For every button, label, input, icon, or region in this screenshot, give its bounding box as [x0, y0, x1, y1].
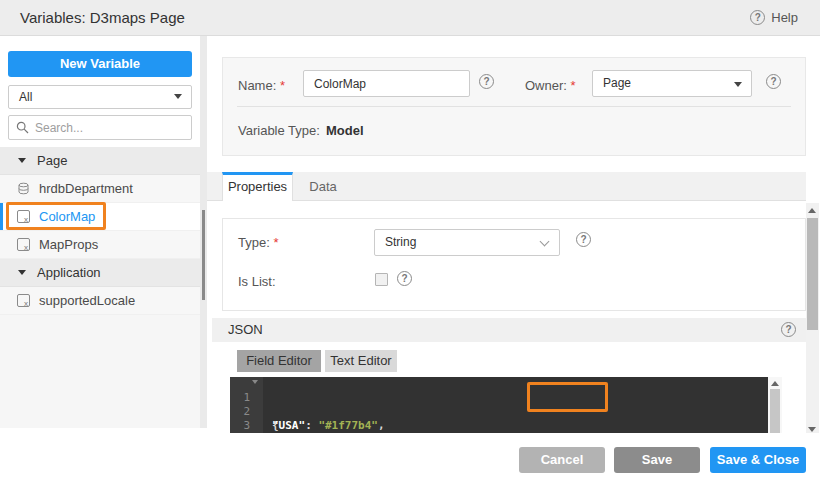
scroll-down-icon[interactable]: [808, 427, 816, 432]
tree-item-label: MapProps: [39, 237, 98, 252]
variables-tree: Page hrdbDepartment x ColorMap x: [0, 147, 200, 315]
sidebar-scrollbar[interactable]: [200, 36, 207, 428]
tree-group-label: Application: [37, 265, 101, 280]
code-line-3: 3 "RUS": "#9467bd",: [230, 405, 768, 419]
variable-type-label: Variable Type:: [238, 123, 320, 138]
owner-help-icon[interactable]: ?: [766, 74, 781, 89]
search-input[interactable]: [35, 117, 185, 138]
json-code-editor[interactable]: 1 { 2 "USA": "#1f77b4", 3 "RUS": "#9467b…: [230, 377, 768, 433]
text-editor-button[interactable]: Text Editor: [325, 350, 397, 372]
properties-panel: Type: * String ? Is List: ?: [222, 218, 806, 311]
tree-item-supportedlocale[interactable]: x supportedLocale: [0, 287, 200, 315]
help-link[interactable]: ? Help: [750, 0, 798, 35]
tree-group-label: Page: [37, 153, 67, 168]
code-line-4-partial: 4 "…": "#……",: [230, 419, 768, 433]
owner-select-value: Page: [603, 76, 631, 90]
variable-summary-panel: Name: * ? Owner: * Page ? Variable Type:…: [222, 57, 806, 156]
dialog-footer: Cancel Save Save & Close: [0, 433, 820, 489]
save-button[interactable]: Save: [614, 447, 700, 473]
caret-down-icon: [18, 158, 26, 163]
variable-detail-panel: Name: * ? Owner: * Page ? Variable Type:…: [207, 36, 820, 433]
help-circle-icon: ?: [750, 10, 765, 25]
json-help-icon[interactable]: ?: [781, 322, 796, 337]
tree-item-label: ColorMap: [39, 209, 95, 224]
type-label: Type: *: [238, 235, 278, 250]
variable-type-value: Model: [326, 123, 364, 138]
is-list-checkbox[interactable]: [375, 273, 388, 286]
tree-group-page[interactable]: Page: [0, 147, 200, 175]
filter-dropdown[interactable]: All: [8, 85, 192, 109]
sidebar-scrollbar-thumb[interactable]: [202, 210, 205, 300]
content-scrollbar-thumb[interactable]: [807, 218, 818, 330]
code-line-2: 2 "USA": "#1f77b4",: [230, 391, 768, 405]
tree-item-mapprops[interactable]: x MapProps: [0, 231, 200, 259]
search-icon: [16, 121, 29, 134]
fold-caret-icon[interactable]: [252, 380, 258, 384]
new-variable-button[interactable]: New Variable: [8, 51, 192, 77]
owner-label: Owner: *: [525, 78, 576, 93]
cancel-button[interactable]: Cancel: [519, 447, 605, 473]
type-select[interactable]: String: [374, 229, 560, 256]
code-line-1: 1 {: [230, 377, 768, 391]
divider: [237, 106, 791, 107]
variable-icon: x: [17, 238, 30, 251]
selected-indicator: [0, 203, 3, 230]
tree-group-application[interactable]: Application: [0, 259, 200, 287]
json-section-header: JSON ?: [212, 318, 806, 342]
json-section-title: JSON: [228, 318, 263, 342]
dialog-header: Variables: D3maps Page ? Help: [0, 0, 820, 36]
is-list-label: Is List:: [238, 274, 276, 289]
editor-scrollbar[interactable]: [768, 377, 782, 433]
tab-data[interactable]: Data: [293, 172, 353, 201]
tree-item-label: supportedLocale: [39, 293, 135, 308]
name-help-icon[interactable]: ?: [479, 74, 494, 89]
save-and-close-button[interactable]: Save & Close: [710, 447, 806, 473]
is-list-help-icon[interactable]: ?: [397, 271, 412, 286]
scroll-up-icon[interactable]: [771, 381, 779, 386]
field-editor-button[interactable]: Field Editor: [237, 350, 321, 372]
variable-icon: x: [17, 294, 30, 307]
page-title: Variables: D3maps Page: [20, 0, 185, 35]
tree-item-hrdbdepartment[interactable]: hrdbDepartment: [0, 175, 200, 203]
variable-icon: x: [17, 210, 30, 223]
tab-properties[interactable]: Properties: [222, 172, 293, 201]
scroll-up-icon[interactable]: [808, 208, 816, 213]
name-label: Name: *: [238, 78, 285, 93]
database-icon: [17, 182, 30, 195]
variables-dialog: Variables: D3maps Page ? Help New Variab…: [0, 0, 820, 489]
editor-scrollbar-thumb[interactable]: [770, 389, 780, 433]
chevron-down-icon: [734, 82, 742, 87]
tab-bar: Properties Data: [207, 172, 806, 201]
name-input[interactable]: [303, 70, 470, 97]
type-help-icon[interactable]: ?: [576, 232, 591, 247]
chevron-down-icon: [540, 237, 550, 247]
content-scrollbar[interactable]: [806, 203, 819, 437]
help-label: Help: [771, 10, 798, 25]
type-select-value: String: [385, 235, 416, 249]
tree-item-label: hrdbDepartment: [39, 181, 133, 196]
sidebar-empty-area: [0, 315, 200, 428]
filter-dropdown-value: All: [19, 90, 32, 104]
tree-item-colormap[interactable]: x ColorMap: [0, 203, 200, 231]
search-box[interactable]: [8, 115, 192, 140]
required-marker: *: [273, 235, 278, 250]
required-marker: *: [280, 78, 285, 93]
required-marker: *: [571, 78, 576, 93]
variables-sidebar: New Variable All Page: [0, 36, 200, 428]
owner-select[interactable]: Page: [592, 70, 752, 97]
chevron-down-icon: [174, 94, 182, 99]
caret-down-icon: [18, 270, 26, 275]
